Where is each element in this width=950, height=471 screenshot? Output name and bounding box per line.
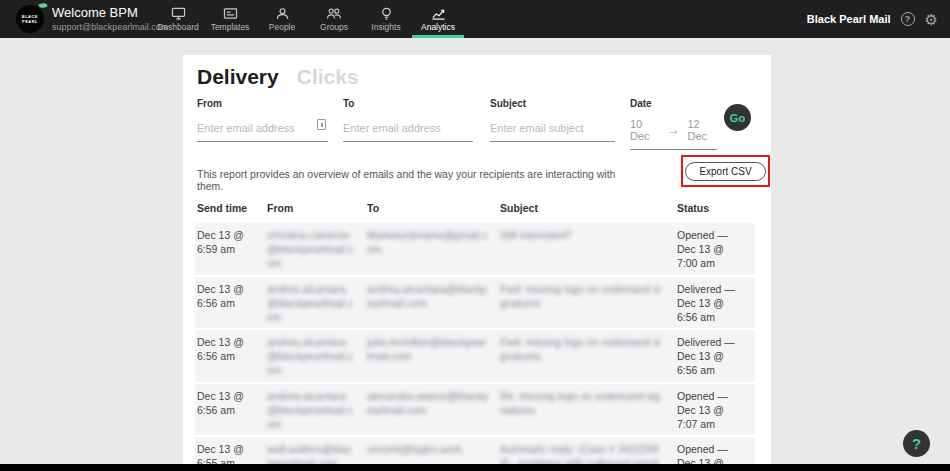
report-description: This report provides an overview of emai… <box>197 168 637 192</box>
person-icon <box>275 7 290 20</box>
logo-text-line2: PEARL <box>22 19 38 24</box>
cell-from: andrea.alcantara@blackpearlmail.com <box>265 389 365 432</box>
content-panel: Delivery Clicks From To Subject Date 10 … <box>183 55 771 464</box>
support-email: support@blackpearlmail.com <box>52 22 168 32</box>
report-tabs: Delivery Clicks <box>197 65 359 89</box>
table-row: Dec 13 @ 6:56 am andrea.alcantara@blackp… <box>195 384 755 436</box>
nav-label: Templates <box>211 22 250 32</box>
export-csv-button[interactable]: Export CSV <box>685 162 765 181</box>
tab-delivery[interactable]: Delivery <box>197 65 279 89</box>
cell-from: andrea.alcantara@blackpearlmail.com <box>265 282 365 325</box>
header-status: Status <box>675 201 755 215</box>
contacts-icon[interactable] <box>317 119 326 130</box>
filter-subject: Subject <box>490 98 615 142</box>
highlight-box: Export CSV <box>681 155 770 187</box>
cell-status: Delivered — Dec 13 @ 6:56 am <box>675 335 755 378</box>
arrow-right-icon: → <box>668 123 680 137</box>
cell-to: Marketurdreams@gmail.com <box>365 228 498 271</box>
help-floating-button[interactable]: ? <box>903 430 930 457</box>
cell-send-time: Dec 13 @ 6:56 am <box>195 389 265 432</box>
date-label: Date <box>630 98 717 109</box>
delivery-table: Send time From To Subject Status Dec 13 … <box>195 195 755 464</box>
filter-date: Date 10 Dec → 12 Dec <box>630 98 717 150</box>
table-row: Dec 13 @ 6:59 am christina.cameron@black… <box>195 223 755 275</box>
header-to: To <box>365 201 498 215</box>
nav-label: Insights <box>371 22 400 32</box>
to-label: To <box>343 98 473 109</box>
nav-item-templates[interactable]: Templates <box>204 0 256 38</box>
go-button[interactable]: Go <box>724 104 751 131</box>
black-pearl-logo[interactable]: BLACK PEARL <box>16 5 44 33</box>
from-email-input[interactable] <box>197 122 328 142</box>
templates-card-icon <box>223 7 238 20</box>
cell-subject: Re: missing logo on xxdemand signatures <box>498 389 675 432</box>
table-header-row: Send time From To Subject Status <box>195 195 755 221</box>
cell-status: Opened — Dec 13 @ 6:56 am <box>675 442 755 464</box>
account-name: Black Pearl Mail <box>807 13 891 25</box>
gear-icon[interactable]: ⚙ <box>925 12 938 27</box>
nav-label: Analytics <box>421 22 455 32</box>
cell-from: walt.walters@blackpearlmail.com <box>265 442 365 464</box>
nav-label: People <box>269 22 295 32</box>
nav-item-dashboard[interactable]: Dashboard <box>152 0 204 38</box>
nav-item-insights[interactable]: Insights <box>360 0 412 38</box>
filter-from: From <box>197 98 328 142</box>
table-row: Dec 13 @ 6:56 am andrea.alcantara@blackp… <box>195 277 755 329</box>
welcome-block: Welcome BPM support@blackpearlmail.com <box>52 5 168 32</box>
to-email-input[interactable] <box>343 122 473 142</box>
nav-label: Dashboard <box>157 22 199 32</box>
date-end: 12 Dec <box>688 118 718 142</box>
topbar-right: Black Pearl Mail ? ⚙ <box>807 0 938 38</box>
cell-from: andrea.alcantara@blackpearlmail.com <box>265 335 365 378</box>
nav-item-groups[interactable]: Groups <box>308 0 360 38</box>
cell-status: Opened — Dec 13 @ 7:00 am <box>675 228 755 271</box>
cell-send-time: Dec 13 @ 6:56 am <box>195 282 265 325</box>
cell-from: christina.cameron@blackpearlmail.com <box>265 228 365 271</box>
cell-to: julia.mcmillan@blackpearlmail.com <box>365 335 498 378</box>
nav-item-people[interactable]: People <box>256 0 308 38</box>
cell-subject: Still interested? <box>498 228 675 271</box>
cell-to: vincent@logtro.work <box>365 442 498 464</box>
date-range-picker[interactable]: 10 Dec → 12 Dec <box>630 118 717 150</box>
welcome-title: Welcome BPM <box>52 5 168 20</box>
cell-send-time: Dec 13 @ 6:59 am <box>195 228 265 271</box>
subject-input[interactable] <box>490 122 615 142</box>
from-label: From <box>197 98 328 109</box>
table-row: Dec 13 @ 6:56 am andrea.alcantara@blackp… <box>195 330 755 382</box>
tab-clicks[interactable]: Clicks <box>297 65 359 89</box>
cell-subject: Fwd: missing logo on xxdemand signatures <box>498 335 675 378</box>
header-from: From <box>265 201 365 215</box>
help-circle-icon[interactable]: ? <box>901 12 915 26</box>
cell-to: andrea.alcantara@blackpearlmail.com <box>365 282 498 325</box>
nav-item-analytics[interactable]: Analytics <box>412 0 464 38</box>
lightbulb-icon <box>380 7 393 20</box>
cell-subject: Automatic reply: (Case # 34222993) - pro… <box>498 442 675 464</box>
header-subject: Subject <box>498 201 675 215</box>
date-start: 10 Dec <box>630 118 660 142</box>
header-send-time: Send time <box>195 201 265 215</box>
leaf-icon <box>38 2 47 9</box>
analytics-chart-icon <box>431 7 446 20</box>
cell-subject: Fwd: missing logo on xxdemand signatures <box>498 282 675 325</box>
subject-label: Subject <box>490 98 615 109</box>
cell-send-time: Dec 13 @ 6:56 am <box>195 335 265 378</box>
table-row: Dec 13 @ 6:55 am walt.walters@blackpearl… <box>195 437 755 464</box>
main-nav: Dashboard Templates People <box>152 0 464 38</box>
dashboard-monitor-icon <box>171 7 186 20</box>
bottom-window-edge <box>0 464 950 471</box>
groups-icon <box>326 7 342 20</box>
top-navigation-bar: BLACK PEARL Welcome BPM support@blackpea… <box>0 0 950 38</box>
cell-status: Opened — Dec 13 @ 7:07 am <box>675 389 755 432</box>
cell-send-time: Dec 13 @ 6:55 am <box>195 442 265 464</box>
filter-to: To <box>343 98 473 142</box>
nav-label: Groups <box>320 22 348 32</box>
cell-status: Delivered — Dec 13 @ 6:56 am <box>675 282 755 325</box>
cell-to: alexandra.wejnor@blackpearlmail.com <box>365 389 498 432</box>
